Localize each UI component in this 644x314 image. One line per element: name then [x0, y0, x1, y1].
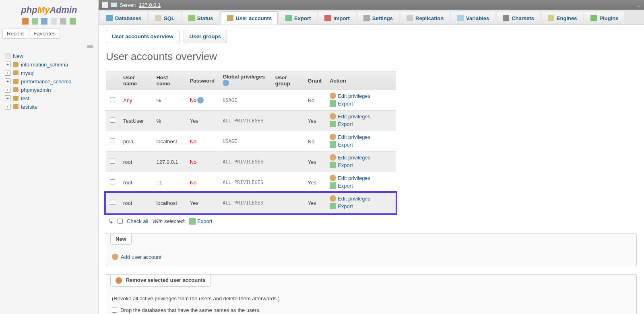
tab-status[interactable]: Status: [182, 11, 219, 25]
tree-db-phpmyadmin[interactable]: +phpmyadmin: [2, 86, 96, 94]
tab-user-accounts[interactable]: User accounts: [221, 11, 278, 25]
logout-icon[interactable]: [32, 18, 38, 25]
export-user-link[interactable]: Export: [338, 121, 353, 127]
expand-icon[interactable]: +: [5, 78, 10, 84]
tab-plugins[interactable]: Plugins: [584, 11, 624, 25]
export-user-link[interactable]: Export: [338, 101, 353, 107]
tree-new-label[interactable]: New: [13, 53, 23, 59]
tab-label: Export: [294, 15, 311, 21]
export-icon: [330, 162, 336, 168]
tree-db-label[interactable]: phpmyadmin: [21, 87, 51, 93]
plugins-icon: [590, 15, 597, 21]
edit-privileges-link[interactable]: Edit privileges: [338, 134, 370, 140]
row-checkbox[interactable]: [110, 179, 115, 184]
tab-engines[interactable]: Engines: [542, 11, 583, 25]
add-user-icon: [112, 254, 118, 260]
with-selected-label: With selected:: [152, 218, 185, 224]
export-user-link[interactable]: Export: [338, 203, 353, 209]
tab-variables[interactable]: Variables: [451, 11, 495, 25]
row-checkbox[interactable]: [110, 200, 115, 205]
tree-db-label[interactable]: mysql: [21, 70, 35, 76]
link-indicator: [2, 43, 96, 52]
checkall-link[interactable]: Check all: [127, 218, 148, 224]
cell-priv: ALL PRIVILEGES: [219, 172, 271, 193]
subtab-overview[interactable]: User accounts overview: [106, 30, 180, 43]
expand-icon[interactable]: +: [5, 62, 10, 67]
hint-icon[interactable]: [223, 80, 229, 86]
edit-privileges-link[interactable]: Edit privileges: [338, 175, 370, 181]
export-user-link[interactable]: Export: [338, 183, 353, 189]
row-checkbox[interactable]: [110, 97, 115, 102]
edit-privileges-link[interactable]: Edit privileges: [338, 114, 370, 120]
tab-import[interactable]: Import: [318, 11, 355, 25]
edit-privileges-link[interactable]: Edit privileges: [338, 196, 370, 202]
cell-password: No: [186, 172, 219, 193]
tree-db-label[interactable]: information_schema: [21, 62, 68, 68]
add-user-link[interactable]: Add user account: [112, 254, 631, 260]
collapse-icon[interactable]: ⌵: [638, 2, 641, 8]
tree-db-label[interactable]: testsite: [21, 104, 37, 110]
checkall-checkbox[interactable]: [118, 219, 123, 224]
expand-icon[interactable]: +: [5, 104, 10, 109]
row-checkbox[interactable]: [110, 138, 115, 143]
export-user-link[interactable]: Export: [338, 142, 353, 148]
checkall-arrow-icon: ↳: [108, 217, 114, 225]
tree-db-label[interactable]: test: [21, 95, 29, 101]
export-icon: [285, 15, 292, 21]
export-icon: [330, 141, 336, 148]
password-hint-icon[interactable]: [197, 97, 204, 103]
reload-icon[interactable]: [70, 18, 76, 25]
tab-sql[interactable]: SQL: [149, 11, 181, 25]
home-icon[interactable]: [22, 18, 29, 25]
tab-databases[interactable]: Databases: [100, 11, 147, 25]
subtab-groups[interactable]: User groups: [184, 30, 227, 43]
settings-icon[interactable]: [60, 18, 66, 25]
tree-new-db[interactable]: New: [2, 52, 96, 60]
cell-host: 127.0.0.1: [152, 152, 186, 172]
expand-icon[interactable]: +: [5, 87, 10, 93]
tree-db-label[interactable]: performance_schema: [21, 78, 72, 85]
cell-action: Edit privilegesExport: [326, 111, 396, 131]
tab-favorites[interactable]: Favorites: [29, 29, 60, 39]
cell-host: %: [152, 111, 186, 131]
expand-icon[interactable]: +: [5, 70, 10, 76]
edit-priv-icon: [330, 175, 336, 181]
checkall-bar: ↳ Check all With selected: Export: [106, 213, 637, 233]
row-checkbox[interactable]: [110, 118, 115, 123]
cell-user: root: [119, 193, 152, 213]
tree-db-information_schema[interactable]: +information_schema: [2, 60, 96, 69]
tab-replication[interactable]: Replication: [400, 11, 450, 25]
tab-charsets[interactable]: Charsets: [497, 11, 540, 25]
server-host[interactable]: 127.0.0.1: [139, 2, 161, 8]
cell-group: [271, 131, 304, 152]
tab-settings[interactable]: Settings: [357, 11, 399, 25]
tree-db-performance_schema[interactable]: +performance_schema: [2, 77, 96, 86]
drop-db-label: Drop the databases that have the same na…: [120, 307, 260, 313]
logo-part-my: My: [37, 5, 50, 15]
row-checkbox[interactable]: [110, 159, 115, 164]
edit-privileges-link[interactable]: Edit privileges: [338, 93, 370, 99]
export-user-link[interactable]: Export: [338, 162, 353, 168]
tree-db-mysql[interactable]: +mysql: [2, 69, 96, 77]
variables-icon: [457, 15, 464, 21]
cell-priv: ALL PRIVILEGES: [219, 152, 271, 172]
nav-back-icon[interactable]: [102, 2, 108, 8]
help-icon[interactable]: [41, 18, 47, 25]
cell-password: No: [186, 152, 219, 172]
tree-db-test[interactable]: +test: [2, 94, 96, 103]
col-host: Host name: [152, 71, 186, 90]
expand-icon[interactable]: +: [5, 95, 10, 101]
link-icon[interactable]: [87, 45, 93, 48]
logo[interactable]: phpMyAdmin: [2, 2, 96, 16]
edit-privileges-link[interactable]: Edit privileges: [338, 155, 370, 161]
tree-db-testsite[interactable]: +testsite: [2, 103, 96, 111]
tab-export[interactable]: Export: [279, 11, 317, 25]
cell-grant: Yes: [304, 172, 326, 193]
drop-db-checkbox[interactable]: [112, 308, 117, 313]
tab-recent[interactable]: Recent: [2, 29, 28, 39]
cell-user: root: [119, 172, 152, 193]
db-icon: [13, 87, 19, 92]
drop-db-option[interactable]: Drop the databases that have the same na…: [112, 307, 631, 313]
docs-icon[interactable]: [51, 18, 57, 25]
with-selected-export[interactable]: Export: [197, 218, 213, 224]
